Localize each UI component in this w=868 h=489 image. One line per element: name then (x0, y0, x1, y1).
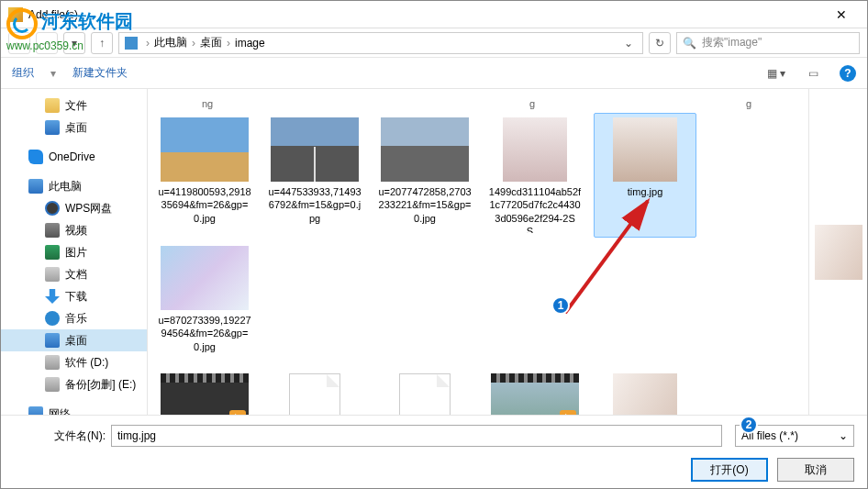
dialog-footer: 文件名(N): All files (*.*)⌄ 打开(O) 取消 (1, 415, 867, 488)
sidebar-item-文件[interactable]: 文件 (1, 94, 147, 117)
ico-drive-icon (45, 377, 60, 392)
file-name: timg.jpg (598, 185, 692, 198)
title-bar: Add file(s) ✕ (1, 1, 867, 28)
image-thumbnail (613, 117, 677, 182)
image-thumbnail (381, 117, 469, 182)
ico-drive-icon (45, 355, 60, 370)
file-item[interactable]: Video_2019-07-05_113759.pmpk (373, 369, 476, 415)
nav-back-button[interactable]: ← (8, 32, 30, 54)
view-icons-button[interactable]: ▦ ▾ (766, 63, 786, 83)
sidebar-item-桌面[interactable]: 桌面 (1, 329, 147, 351)
sidebar-item-此电脑[interactable]: 此电脑 (1, 175, 147, 197)
sidebar-item-WPS网盘[interactable]: WPS网盘 (1, 197, 147, 219)
search-icon: 🔍 (683, 37, 696, 50)
image-thumbnail (271, 117, 359, 182)
sidebar-item-网络[interactable]: 网络 (1, 403, 147, 415)
filename-input[interactable] (111, 425, 722, 447)
ico-onedrive-icon (28, 150, 43, 164)
video-thumbnail (491, 373, 579, 415)
refresh-button[interactable]: ↻ (649, 32, 671, 54)
preview-thumbnail (815, 225, 862, 280)
file-item[interactable]: u=2077472858,2703233221&fm=15&gp=0.jpg (373, 113, 476, 238)
organize-menu[interactable]: 组织 (12, 65, 34, 81)
search-input[interactable]: 🔍 搜索"image" (676, 32, 860, 54)
window-title: Add file(s) (28, 8, 823, 21)
file-item[interactable]: 1499cd311104ab52f1c77205d7fc2c44303d0596… (484, 113, 586, 238)
sidebar-item-桌面[interactable]: 桌面 (1, 117, 147, 139)
image-thumbnail (399, 373, 451, 415)
annotation-badge-2: 2 (740, 416, 758, 434)
breadcrumb-p1[interactable]: 桌面 (200, 35, 222, 50)
file-item[interactable]: fangaoplayer.serial (263, 369, 366, 415)
sidebar-item-软件 (D:)[interactable]: 软件 (D:) (1, 351, 147, 373)
app-icon (8, 7, 23, 22)
image-thumbnail (613, 373, 677, 415)
sidebar-item-视频[interactable]: 视频 (1, 219, 147, 241)
preview-pane (808, 89, 867, 415)
ico-pc-icon (28, 179, 43, 194)
annotation-badge-1: 1 (551, 296, 570, 315)
image-thumbnail (289, 373, 340, 415)
ico-desktop-icon (45, 120, 60, 135)
file-name: u=870273399,1922794564&fm=26&gp=0.jpg (158, 314, 251, 353)
breadcrumb-p2[interactable]: image (235, 37, 265, 50)
file-item[interactable]: u=4119800593,291835694&fm=26&gp=0.jpg (153, 113, 256, 238)
filename-label: 文件名(N): (14, 428, 106, 444)
breadcrumb[interactable]: › 此电脑 › 桌面 › image ⌄ (118, 32, 643, 54)
close-button[interactable]: ✕ (823, 7, 860, 22)
ico-music-icon (45, 311, 60, 326)
file-item[interactable]: Video_2019-07-05_113759.wmv (484, 369, 586, 415)
nav-bar: ← → ▾ ↑ › 此电脑 › 桌面 › image ⌄ ↻ 🔍 搜索"imag… (1, 28, 867, 58)
ico-download-icon (45, 289, 60, 304)
ico-image-icon (45, 245, 60, 260)
file-item[interactable]: t0140bb04bf17ccfea8.jpg (594, 369, 696, 415)
file-item[interactable]: Video_2019-07-05_161017.wmv (153, 369, 256, 415)
file-name: u=4119800593,291835694&fm=26&gp=0.jpg (158, 185, 251, 225)
preview-pane-button[interactable]: ▭ (803, 63, 823, 83)
ico-desktop-icon (45, 333, 60, 348)
ico-folder-icon (45, 98, 60, 113)
breadcrumb-dropdown-icon[interactable]: ⌄ (620, 37, 637, 50)
cancel-button[interactable]: 取消 (777, 458, 854, 482)
sidebar-item-OneDrive[interactable]: OneDrive (1, 146, 147, 168)
nav-recent-dropdown[interactable]: ▾ (63, 32, 85, 54)
ico-doc-icon (45, 267, 60, 282)
video-thumbnail (161, 373, 249, 415)
nav-up-button[interactable]: ↑ (91, 32, 113, 54)
sidebar-tree: 文件桌面OneDrive此电脑WPS网盘视频图片文档下载音乐桌面软件 (D:)备… (1, 89, 148, 415)
nav-forward-button[interactable]: → (36, 32, 58, 54)
sidebar-item-图片[interactable]: 图片 (1, 241, 147, 263)
open-button[interactable]: 打开(O) (691, 458, 768, 482)
breadcrumb-root[interactable]: 此电脑 (154, 35, 187, 50)
file-name: 1499cd311104ab52f1c77205d7fc2c44303d0596… (488, 185, 582, 233)
new-folder-button[interactable]: 新建文件夹 (72, 65, 128, 81)
image-thumbnail (503, 117, 567, 182)
file-area[interactable]: nggg u=4119800593,291835694&fm=26&gp=0.j… (148, 89, 808, 415)
pc-icon (125, 37, 138, 50)
sidebar-item-音乐[interactable]: 音乐 (1, 307, 147, 329)
image-thumbnail (161, 246, 249, 310)
sidebar-item-备份[勿删] (E:)[interactable]: 备份[勿删] (E:) (1, 373, 147, 395)
file-name: u=2077472858,2703233221&fm=15&gp=0.jpg (378, 185, 472, 225)
ico-wps-icon (45, 201, 60, 216)
file-item[interactable]: u=447533933,714936792&fm=15&gp=0.jpg (263, 113, 366, 238)
ico-video-icon (45, 223, 60, 238)
ico-network-icon (28, 406, 43, 415)
file-name: u=447533933,714936792&fm=15&gp=0.jpg (268, 185, 362, 225)
file-item[interactable]: u=870273399,1922794564&fm=26&gp=0.jpg (153, 241, 256, 358)
file-item[interactable]: timg.jpg (594, 113, 696, 238)
image-thumbnail (161, 117, 249, 182)
help-icon[interactable]: ? (840, 65, 856, 82)
toolbar: 组织 ▾ 新建文件夹 ▦ ▾ ▭ ? (1, 58, 867, 89)
sidebar-item-文档[interactable]: 文档 (1, 263, 147, 285)
sidebar-item-下载[interactable]: 下载 (1, 285, 147, 307)
